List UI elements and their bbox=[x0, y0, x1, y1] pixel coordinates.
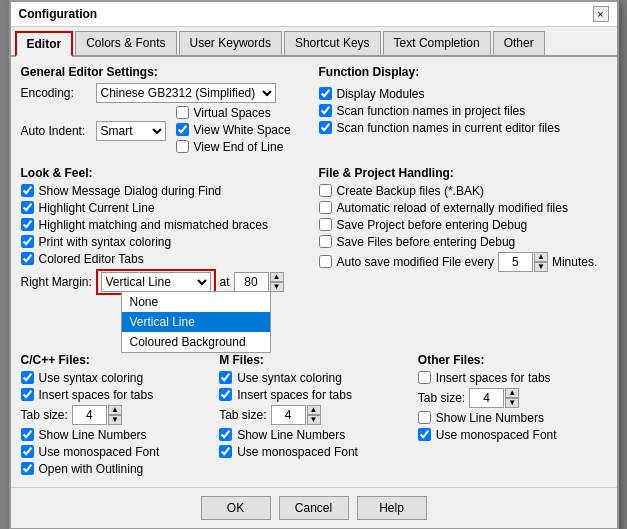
ok-button[interactable]: OK bbox=[201, 496, 271, 520]
auto-reload-checkbox[interactable] bbox=[319, 201, 332, 214]
dropdown-coloured-bg[interactable]: Coloured Background bbox=[122, 332, 270, 352]
auto-save-spinner: ▲ ▼ bbox=[498, 252, 548, 272]
other-tab-down[interactable]: ▼ bbox=[505, 398, 519, 408]
m-files-title: M Files: bbox=[219, 353, 408, 367]
view-end-of-line-checkbox[interactable] bbox=[176, 140, 189, 153]
cancel-button[interactable]: Cancel bbox=[279, 496, 349, 520]
save-project-checkbox[interactable] bbox=[319, 218, 332, 231]
at-label: at bbox=[220, 275, 230, 289]
auto-save-spinner-btns: ▲ ▼ bbox=[534, 252, 548, 272]
auto-save-down[interactable]: ▼ bbox=[534, 262, 548, 272]
tab-user-keywords[interactable]: User Keywords bbox=[179, 31, 282, 55]
auto-indent-row: Auto Indent: Smart Virtual Spaces View W… bbox=[21, 106, 309, 157]
other-files-panel: Other Files: Insert spaces for tabs Tab … bbox=[418, 353, 607, 479]
tab-colors-fonts[interactable]: Colors & Fonts bbox=[75, 31, 176, 55]
tab-shortcut-keys[interactable]: Shortcut Keys bbox=[284, 31, 381, 55]
fp-item-4: Auto save modified File every ▲ ▼ Minute… bbox=[319, 252, 607, 272]
virtual-spaces-checkbox[interactable] bbox=[176, 106, 189, 119]
cc-spaces-checkbox[interactable] bbox=[21, 388, 34, 401]
display-modules-checkbox[interactable] bbox=[319, 87, 332, 100]
right-margin-container: Right Margin: Vertical Line at ▲ ▼ bbox=[21, 269, 309, 295]
m-tab-down[interactable]: ▼ bbox=[307, 415, 321, 425]
cc-tab-down[interactable]: ▼ bbox=[108, 415, 122, 425]
m-spaces-checkbox[interactable] bbox=[219, 388, 232, 401]
spinner-down[interactable]: ▼ bbox=[270, 282, 284, 292]
tab-editor[interactable]: Editor bbox=[15, 31, 74, 57]
colored-editor-tabs-checkbox[interactable] bbox=[21, 252, 34, 265]
top-panels: General Editor Settings: Encoding: Chine… bbox=[21, 65, 607, 160]
show-message-dialog-checkbox[interactable] bbox=[21, 184, 34, 197]
cc-tab-spinner: ▲ ▼ bbox=[72, 405, 122, 425]
view-white-space-checkbox[interactable] bbox=[176, 123, 189, 136]
right-margin-select[interactable]: Vertical Line bbox=[101, 272, 211, 292]
other-spaces-checkbox[interactable] bbox=[418, 371, 431, 384]
m-spaces-row: Insert spaces for tabs bbox=[219, 388, 408, 402]
highlight-current-line-checkbox[interactable] bbox=[21, 201, 34, 214]
virtual-spaces-row: Virtual Spaces bbox=[176, 106, 291, 120]
print-syntax-checkbox[interactable] bbox=[21, 235, 34, 248]
cc-outlining-row: Open with Outlining bbox=[21, 462, 210, 476]
auto-save-checkbox[interactable] bbox=[319, 255, 332, 268]
display-modules-label: Display Modules bbox=[337, 87, 425, 101]
other-monospace-row: Use monospaced Font bbox=[418, 428, 607, 442]
m-tab-size-label: Tab size: bbox=[219, 408, 266, 422]
scan-editor-label: Scan function names in current editor fi… bbox=[337, 121, 560, 135]
spinner-up[interactable]: ▲ bbox=[270, 272, 284, 282]
m-line-numbers-checkbox[interactable] bbox=[219, 428, 232, 441]
auto-save-up[interactable]: ▲ bbox=[534, 252, 548, 262]
right-margin-value[interactable] bbox=[234, 272, 269, 292]
title-bar: Configuration × bbox=[11, 2, 617, 27]
fp-item-0: Create Backup files (*.BAK) bbox=[319, 184, 607, 198]
lf-item-1: Highlight Current Line bbox=[21, 201, 309, 215]
highlight-braces-checkbox[interactable] bbox=[21, 218, 34, 231]
other-line-numbers-checkbox[interactable] bbox=[418, 411, 431, 424]
fp-item-3: Save Files before entering Debug bbox=[319, 235, 607, 249]
other-tab-value[interactable] bbox=[469, 388, 504, 408]
m-tab-size-row: Tab size: ▲ ▼ bbox=[219, 405, 408, 425]
general-settings-panel: General Editor Settings: Encoding: Chine… bbox=[21, 65, 309, 160]
cc-outlining-checkbox[interactable] bbox=[21, 462, 34, 475]
auto-save-value[interactable] bbox=[498, 252, 533, 272]
m-tab-value[interactable] bbox=[271, 405, 306, 425]
scan-project-checkbox[interactable] bbox=[319, 104, 332, 117]
encoding-select[interactable]: Chinese GB2312 (Simplified) bbox=[96, 83, 276, 103]
create-backup-checkbox[interactable] bbox=[319, 184, 332, 197]
cc-line-numbers-checkbox[interactable] bbox=[21, 428, 34, 441]
m-files-panel: M Files: Use syntax coloring Insert spac… bbox=[219, 353, 408, 479]
cc-tab-spinner-btns: ▲ ▼ bbox=[108, 405, 122, 425]
other-spaces-row: Insert spaces for tabs bbox=[418, 371, 607, 385]
file-project-panel: File & Project Handling: Create Backup f… bbox=[319, 166, 607, 298]
virtual-spaces-label: Virtual Spaces bbox=[194, 106, 271, 120]
bottom-buttons: OK Cancel Help bbox=[11, 487, 617, 528]
fp-item-2: Save Project before entering Debug bbox=[319, 218, 607, 232]
m-monospace-checkbox[interactable] bbox=[219, 445, 232, 458]
lf-item-4: Colored Editor Tabs bbox=[21, 252, 309, 266]
tab-text-completion[interactable]: Text Completion bbox=[383, 31, 491, 55]
help-button[interactable]: Help bbox=[357, 496, 427, 520]
bottom-panels: C/C++ Files: Use syntax coloring Insert … bbox=[21, 353, 607, 479]
dropdown-none[interactable]: None bbox=[122, 292, 270, 312]
cc-tab-up[interactable]: ▲ bbox=[108, 405, 122, 415]
other-line-numbers-row: Show Line Numbers bbox=[418, 411, 607, 425]
fd-item-2: Scan function names in current editor fi… bbox=[319, 121, 607, 135]
cc-monospace-checkbox[interactable] bbox=[21, 445, 34, 458]
tab-content: General Editor Settings: Encoding: Chine… bbox=[11, 57, 617, 487]
cc-spaces-row: Insert spaces for tabs bbox=[21, 388, 210, 402]
cc-line-numbers-row: Show Line Numbers bbox=[21, 428, 210, 442]
dropdown-vertical-line[interactable]: Vertical Line bbox=[122, 312, 270, 332]
m-tab-up[interactable]: ▲ bbox=[307, 405, 321, 415]
lf-item-0: Show Message Dialog during Find bbox=[21, 184, 309, 198]
other-tab-up[interactable]: ▲ bbox=[505, 388, 519, 398]
cc-tab-value[interactable] bbox=[72, 405, 107, 425]
lf-item-2: Highlight matching and mismatched braces bbox=[21, 218, 309, 232]
save-files-checkbox[interactable] bbox=[319, 235, 332, 248]
cc-files-panel: C/C++ Files: Use syntax coloring Insert … bbox=[21, 353, 210, 479]
scan-editor-checkbox[interactable] bbox=[319, 121, 332, 134]
cc-tab-size-row: Tab size: ▲ ▼ bbox=[21, 405, 210, 425]
cc-syntax-checkbox[interactable] bbox=[21, 371, 34, 384]
close-button[interactable]: × bbox=[593, 6, 609, 22]
tab-other[interactable]: Other bbox=[493, 31, 545, 55]
auto-indent-select[interactable]: Smart bbox=[96, 121, 166, 141]
other-monospace-checkbox[interactable] bbox=[418, 428, 431, 441]
m-syntax-checkbox[interactable] bbox=[219, 371, 232, 384]
